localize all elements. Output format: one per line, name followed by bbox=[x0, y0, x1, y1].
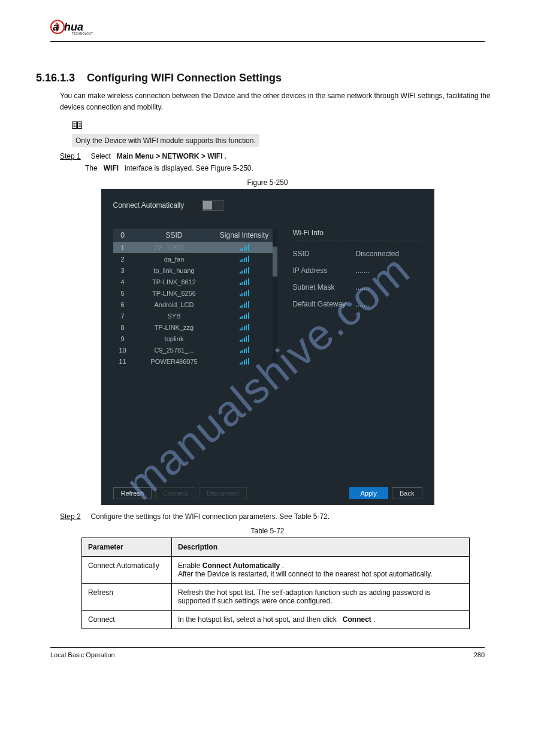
wifi-row[interactable]: 8TP-LINK_zzg bbox=[113, 321, 273, 333]
wifi-row[interactable]: 6Android_LCD bbox=[113, 299, 273, 310]
row-signal bbox=[216, 289, 273, 297]
signal-bars-icon bbox=[240, 335, 249, 342]
section-heading: 5.16.1.3 Configuring WIFI Connection Set… bbox=[36, 72, 499, 84]
footer-left: Local Basic Operation bbox=[50, 651, 115, 658]
wifi-row[interactable]: 4TP-LINK_6612 bbox=[113, 276, 273, 287]
row-signal bbox=[216, 357, 273, 366]
row-signal bbox=[216, 255, 273, 263]
signal-bars-icon bbox=[240, 346, 249, 353]
signal-bars-icon bbox=[240, 244, 249, 251]
row-ssid: TP-LINK_zzg bbox=[132, 324, 216, 331]
step1-menu-path: Main Menu > NETWORK > WIFI bbox=[117, 152, 223, 160]
connect-button[interactable]: Connect bbox=[155, 487, 195, 499]
row-ssid: TP-LINK_6612 bbox=[132, 278, 216, 286]
signal-bars-icon bbox=[240, 312, 249, 319]
wifi-list: 0 SSID Signal Intensity 1C8_17597_...2da… bbox=[113, 229, 273, 367]
step1-label: Step 1 bbox=[60, 152, 81, 160]
row-signal bbox=[216, 335, 273, 343]
section-title: Configuring WIFI Connection Settings bbox=[87, 72, 282, 84]
wifi-row[interactable]: 10C9_25781_... bbox=[113, 344, 273, 356]
signal-bars-icon bbox=[240, 289, 249, 296]
row-idx: 10 bbox=[113, 347, 132, 354]
row-idx: 1 bbox=[113, 244, 132, 251]
disconnect-button[interactable]: Disconnect bbox=[199, 487, 247, 499]
header-divider bbox=[50, 41, 485, 42]
row-signal bbox=[216, 278, 273, 286]
row-idx: 11 bbox=[113, 358, 132, 365]
wifi-scrollbar[interactable] bbox=[273, 229, 277, 367]
info-gw-label: Default Gateway bbox=[293, 300, 356, 308]
row-idx: 9 bbox=[113, 335, 132, 342]
apply-button[interactable]: Apply bbox=[349, 487, 389, 499]
wifi-config-screenshot: Connect Automatically 0 SSID Signal Inte… bbox=[101, 189, 434, 505]
step1-text-c: . bbox=[225, 152, 226, 160]
row-ssid: da_fan bbox=[132, 256, 216, 263]
wifi-row[interactable]: 11POWER486075 bbox=[113, 356, 273, 367]
wifi-row[interactable]: 5TP-LINK_6256 bbox=[113, 287, 273, 299]
wifi-row[interactable]: 1C8_17597_... bbox=[113, 242, 273, 253]
svg-text:hua: hua bbox=[64, 21, 83, 33]
signal-bars-icon bbox=[240, 300, 249, 308]
row-signal bbox=[216, 323, 273, 332]
connect-auto-toggle[interactable] bbox=[202, 200, 223, 211]
th-description: Description bbox=[172, 538, 470, 557]
step1-result-a: The bbox=[85, 164, 98, 172]
row-idx: 3 bbox=[113, 267, 132, 274]
signal-bars-icon bbox=[240, 278, 249, 285]
cell-desc: Enable Connect Automatically . After the… bbox=[172, 557, 470, 584]
col-idx-head: 0 bbox=[113, 231, 132, 239]
signal-bars-icon bbox=[240, 255, 249, 262]
wifi-list-header: 0 SSID Signal Intensity bbox=[113, 229, 273, 242]
table-row: Refresh Refresh the hot spot list. The s… bbox=[82, 584, 470, 611]
row-idx: 8 bbox=[113, 324, 132, 331]
parameter-table: Parameter Description Connect Automatica… bbox=[81, 538, 470, 629]
wifi-row[interactable]: 3tp_link_huang bbox=[113, 265, 273, 276]
wifi-row[interactable]: 9toplink bbox=[113, 333, 273, 344]
row-idx: 2 bbox=[113, 256, 132, 263]
row-ssid: toplink bbox=[132, 335, 216, 342]
section-number: 5.16.1.3 bbox=[36, 72, 75, 84]
wifi-row[interactable]: 2da_fan bbox=[113, 253, 273, 265]
row-signal bbox=[216, 312, 273, 320]
row-signal bbox=[216, 346, 273, 354]
row-idx: 5 bbox=[113, 290, 132, 297]
row-ssid: tp_link_huang bbox=[132, 267, 216, 274]
row-signal bbox=[216, 266, 273, 275]
note-icon bbox=[72, 120, 499, 132]
row-idx: 7 bbox=[113, 312, 132, 320]
wifi-info-title: Wi-Fi Info bbox=[293, 229, 422, 241]
figure-caption: Figure 5-250 bbox=[36, 178, 499, 187]
svg-text:TECHNOLOGY: TECHNOLOGY bbox=[72, 32, 93, 35]
row-ssid: SYB bbox=[132, 312, 216, 320]
refresh-button[interactable]: Refresh bbox=[113, 487, 152, 499]
row-idx: 6 bbox=[113, 301, 132, 308]
row-signal bbox=[216, 244, 273, 252]
row-ssid: C9_25781_... bbox=[132, 347, 216, 354]
svg-text:a: a bbox=[53, 21, 59, 33]
step2-text: Configure the settings for the WIFI conn… bbox=[90, 512, 330, 521]
table-row: Connect In the hotspot list, select a ho… bbox=[82, 611, 470, 629]
step1-result-c: interface is displayed. See Figure 5-250… bbox=[125, 164, 253, 172]
th-parameter: Parameter bbox=[82, 538, 172, 557]
row-ssid: C8_17597_... bbox=[132, 244, 216, 251]
table-caption: Table 5-72 bbox=[36, 527, 499, 535]
info-ip-value: ....... bbox=[356, 266, 370, 275]
info-gw-value: ....... bbox=[356, 300, 370, 308]
cell-param: Connect Automatically bbox=[82, 557, 172, 584]
cell-param: Refresh bbox=[82, 584, 172, 611]
back-button[interactable]: Back bbox=[392, 487, 422, 499]
row-ssid: POWER486075 bbox=[132, 358, 216, 365]
step1-result-b: WIFI bbox=[104, 164, 119, 172]
info-ip-label: IP Address bbox=[293, 266, 356, 275]
row-idx: 4 bbox=[113, 278, 132, 286]
note-text: Only the Device with WIFI module support… bbox=[72, 134, 259, 147]
row-ssid: Android_LCD bbox=[132, 301, 216, 308]
cell-param: Connect bbox=[82, 611, 172, 629]
step2-label: Step 2 bbox=[60, 512, 81, 521]
table-row: Connect Automatically Enable Connect Aut… bbox=[82, 557, 470, 584]
signal-bars-icon bbox=[240, 357, 249, 365]
wifi-row[interactable]: 7SYB bbox=[113, 310, 273, 321]
footer-right: 280 bbox=[474, 651, 485, 658]
info-ssid-label: SSID bbox=[293, 250, 356, 258]
row-signal bbox=[216, 300, 273, 309]
